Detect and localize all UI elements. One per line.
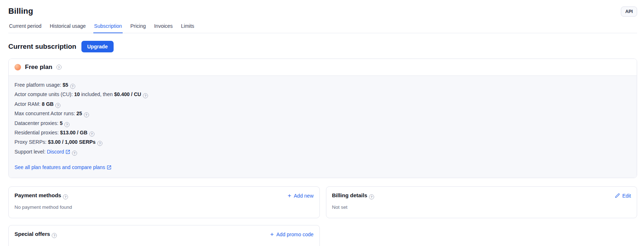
tab-bar: Current periodHistorical usageSubscripti… xyxy=(8,22,637,33)
tab-limits[interactable]: Limits xyxy=(180,22,195,33)
add-payment-method-button[interactable]: +Add new xyxy=(288,193,313,199)
current-subscription-section-header: Current subscription Upgrade xyxy=(8,41,637,52)
feature-text: Support level: xyxy=(14,149,47,155)
plan-feature-row: Datacenter proxies: 5? xyxy=(14,120,631,127)
plan-feature-row: Max concurrent Actor runs: 25? xyxy=(14,111,631,117)
plan-feature-row: Proxy SERPs: $3.00 / 1,000 SERPs? xyxy=(14,139,631,146)
payment-methods-head: Payment methods? +Add new xyxy=(14,192,314,199)
page-title: Billing xyxy=(8,7,33,16)
billing-details-empty-text: Not set xyxy=(332,204,631,210)
feature-text: 10 xyxy=(74,91,80,97)
feature-text: $0.400 / CU xyxy=(114,91,141,97)
help-icon[interactable]: ? xyxy=(97,141,102,146)
special-offers-title: Special offers xyxy=(14,231,50,237)
external-link-icon xyxy=(65,150,70,154)
discord-link[interactable]: Discord xyxy=(47,149,70,155)
plan-card-header: Free plan ? xyxy=(9,59,637,76)
section-title: Current subscription xyxy=(8,43,76,51)
billing-cards-row: Payment methods? +Add new No payment met… xyxy=(8,186,637,218)
plan-feature-row: Residential proxies: $13.00 / GB? xyxy=(14,130,631,137)
spacer xyxy=(326,225,637,246)
add-promo-code-button[interactable]: +Add promo code xyxy=(270,232,314,237)
special-offers-title-wrap: Special offers? xyxy=(14,231,57,238)
tab-subscription[interactable]: Subscription xyxy=(93,22,123,33)
feature-text: Max concurrent Actor runs: xyxy=(14,111,76,116)
plan-feature-row: Free platform usage: $5? xyxy=(14,82,631,89)
add-payment-method-label: Add new xyxy=(294,193,313,199)
feature-text: 8 GB xyxy=(42,101,54,107)
plan-card-body: Free platform usage: $5?Actor compute un… xyxy=(9,76,637,178)
plus-icon: + xyxy=(288,193,291,198)
plan-feature-row: Support level: Discord? xyxy=(14,149,631,156)
feature-text: Datacenter proxies: xyxy=(14,120,60,126)
billing-details-head: Billing details? Edit xyxy=(332,192,631,199)
feature-text: 5 xyxy=(60,120,63,126)
feature-text: $13.00 / GB xyxy=(60,130,88,135)
plan-card: Free plan ? Free platform usage: $5?Acto… xyxy=(8,59,637,178)
plan-feature-list: Free platform usage: $5?Actor compute un… xyxy=(14,82,631,156)
edit-billing-details-button[interactable]: Edit xyxy=(615,193,631,199)
tab-current-period[interactable]: Current period xyxy=(8,22,42,33)
special-offers-row: Special offers? +Add promo code xyxy=(8,225,637,246)
external-link-icon xyxy=(107,165,111,170)
feature-text: Actor compute units (CU): xyxy=(14,91,74,97)
billing-details-title-wrap: Billing details? xyxy=(332,192,374,199)
tab-historical-usage[interactable]: Historical usage xyxy=(49,22,87,33)
help-icon[interactable]: ? xyxy=(56,65,62,70)
tab-invoices[interactable]: Invoices xyxy=(153,22,173,33)
help-icon[interactable]: ? xyxy=(72,151,77,156)
feature-text: Free platform usage: xyxy=(14,82,63,88)
feature-text: included, then xyxy=(80,91,114,97)
payment-methods-empty-text: No payment method found xyxy=(14,204,314,210)
help-icon[interactable]: ? xyxy=(84,112,89,117)
feature-text: Residential proxies: xyxy=(14,130,60,135)
payment-methods-title: Payment methods xyxy=(14,192,61,198)
feature-text: 25 xyxy=(76,111,82,116)
billing-page: Billing API Current periodHistorical usa… xyxy=(0,0,644,246)
help-icon[interactable]: ? xyxy=(55,103,60,108)
feature-text: $5 xyxy=(63,82,68,88)
compare-plans-link[interactable]: See all plan features and compare plans xyxy=(14,164,111,170)
page-header: Billing API xyxy=(8,7,637,17)
feature-text: $3.00 / 1,000 SERPs xyxy=(48,139,96,145)
help-icon[interactable]: ? xyxy=(143,93,148,98)
help-icon[interactable]: ? xyxy=(63,194,68,199)
payment-methods-card: Payment methods? +Add new No payment met… xyxy=(8,186,320,218)
plan-tier-icon xyxy=(14,64,21,70)
plus-icon: + xyxy=(270,232,274,237)
pencil-icon xyxy=(615,193,620,198)
special-offers-head: Special offers? +Add promo code xyxy=(14,231,314,238)
billing-details-card: Billing details? Edit Not set xyxy=(326,186,637,218)
help-icon[interactable]: ? xyxy=(64,122,69,127)
tab-pricing[interactable]: Pricing xyxy=(130,22,147,33)
special-offers-card: Special offers? +Add promo code xyxy=(8,225,320,246)
plan-feature-row: Actor compute units (CU): 10 included, t… xyxy=(14,91,631,98)
upgrade-button[interactable]: Upgrade xyxy=(81,41,114,52)
payment-methods-title-wrap: Payment methods? xyxy=(14,192,68,199)
api-button[interactable]: API xyxy=(621,7,637,17)
help-icon[interactable]: ? xyxy=(70,84,75,89)
add-promo-code-label: Add promo code xyxy=(276,232,314,237)
edit-billing-details-label: Edit xyxy=(622,193,631,199)
feature-text: Proxy SERPs: xyxy=(14,139,48,145)
help-icon[interactable]: ? xyxy=(52,233,57,238)
help-icon[interactable]: ? xyxy=(369,194,374,199)
billing-details-title: Billing details xyxy=(332,192,368,198)
plan-feature-row: Actor RAM: 8 GB? xyxy=(14,101,631,108)
plan-name: Free plan xyxy=(25,64,52,71)
help-icon[interactable]: ? xyxy=(89,131,94,137)
feature-text: Actor RAM: xyxy=(14,101,42,107)
